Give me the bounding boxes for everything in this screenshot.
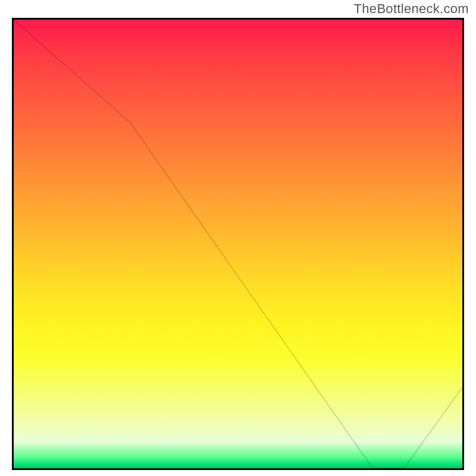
chart-container: TheBottleneck.com	[0, 0, 476, 476]
gradient-background	[14, 20, 462, 468]
plot-area	[12, 18, 464, 470]
watermark-text: TheBottleneck.com	[354, 1, 469, 17]
